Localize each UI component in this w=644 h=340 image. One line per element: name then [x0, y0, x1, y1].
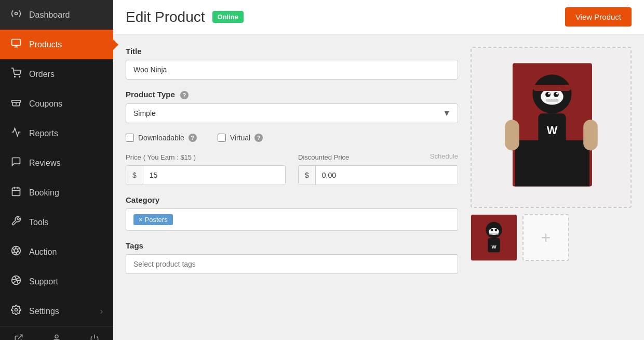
- downloadable-label: Downloadable: [138, 134, 184, 142]
- sidebar-item-label: Coupons: [29, 99, 62, 109]
- downloadable-help-icon[interactable]: ?: [189, 134, 197, 142]
- product-type-select[interactable]: Simple Variable Grouped External: [126, 103, 458, 123]
- sidebar-item-auction[interactable]: Auction: [0, 237, 113, 267]
- svg-point-22: [55, 335, 58, 338]
- svg-rect-37: [533, 85, 571, 91]
- price-group: Price ( You Earn : $15 ) $: [126, 152, 286, 185]
- virtual-checkbox-item: Virtual ?: [218, 134, 263, 142]
- svg-rect-28: [583, 120, 598, 150]
- product-type-help-icon[interactable]: ?: [180, 91, 189, 99]
- sidebar-item-reviews[interactable]: Reviews: [0, 148, 113, 178]
- sidebar-item-dashboard[interactable]: Dashboard: [0, 0, 113, 30]
- dashboard-icon: [10, 8, 22, 21]
- title-input[interactable]: [126, 60, 458, 80]
- sidebar-item-label: Support: [29, 277, 58, 286]
- settings-icon: [10, 305, 22, 318]
- tag-remove-icon[interactable]: ×: [139, 216, 143, 224]
- settings-arrow-icon: ›: [100, 307, 103, 316]
- category-tag: × Posters: [133, 214, 173, 225]
- svg-rect-26: [515, 140, 589, 187]
- user-icon[interactable]: [38, 326, 76, 340]
- sidebar-item-label: Reports: [29, 129, 58, 138]
- svg-point-34: [556, 93, 558, 95]
- price-input[interactable]: [143, 166, 285, 185]
- power-icon[interactable]: [75, 326, 113, 340]
- svg-point-20: [15, 309, 18, 311]
- svg-point-33: [548, 93, 550, 95]
- add-image-button[interactable]: +: [522, 214, 569, 261]
- svg-rect-6: [12, 100, 21, 102]
- status-badge: Online: [212, 11, 244, 23]
- sidebar-item-label: Tools: [29, 218, 48, 227]
- view-product-button[interactable]: View Product: [565, 7, 632, 27]
- tag-label: Posters: [145, 216, 168, 224]
- main-product-image[interactable]: W: [471, 47, 632, 208]
- discounted-price-input[interactable]: [316, 166, 458, 185]
- sidebar-item-label: Products: [29, 40, 62, 49]
- svg-text:W: W: [491, 244, 497, 250]
- sidebar-item-label: Reviews: [29, 159, 60, 168]
- sidebar-item-orders[interactable]: Orders: [0, 59, 113, 89]
- checkbox-row: Downloadable ? Virtual ?: [126, 134, 458, 142]
- sidebar-item-products[interactable]: Products: [0, 30, 113, 59]
- svg-line-21: [18, 335, 22, 339]
- sidebar-item-support[interactable]: Support: [0, 267, 113, 296]
- virtual-checkbox[interactable]: [218, 134, 226, 142]
- sidebar: Dashboard Products Orders Coupons Report…: [0, 0, 113, 340]
- orders-icon: [10, 68, 22, 81]
- virtual-label: Virtual: [230, 134, 250, 142]
- sidebar-item-label: Orders: [29, 70, 55, 79]
- title-label: Title: [126, 47, 458, 56]
- page-title: Edit Product: [126, 9, 205, 25]
- image-area: W: [471, 47, 632, 328]
- svg-rect-1: [12, 40, 21, 46]
- schedule-link[interactable]: Schedule: [430, 152, 458, 160]
- sidebar-item-booking[interactable]: Booking: [0, 178, 113, 207]
- auction-icon: [10, 245, 22, 258]
- sidebar-item-settings[interactable]: Settings ›: [0, 296, 113, 326]
- tags-input[interactable]: [126, 254, 458, 274]
- external-link-icon[interactable]: [0, 326, 38, 340]
- svg-rect-38: [546, 99, 559, 102]
- svg-text:W: W: [547, 124, 558, 137]
- category-input[interactable]: × Posters: [126, 208, 458, 231]
- header-left: Edit Product Online: [126, 9, 244, 25]
- discounted-price-input-wrap: $: [298, 165, 458, 185]
- downloadable-checkbox-item: Downloadable ?: [126, 134, 197, 142]
- sidebar-item-coupons[interactable]: Coupons: [0, 89, 113, 119]
- title-field-group: Title: [126, 47, 458, 80]
- svg-point-0: [15, 12, 18, 15]
- downloadable-checkbox[interactable]: [126, 134, 134, 142]
- product-form: Title Product Type ? Simple Variable Gro…: [126, 47, 458, 328]
- discounted-price-label: Discounted Price Schedule: [298, 152, 458, 161]
- tags-label: Tags: [126, 241, 458, 250]
- sidebar-item-label: Dashboard: [29, 10, 70, 20]
- svg-rect-44: [489, 233, 499, 234]
- price-currency-symbol: $: [126, 166, 143, 185]
- booking-icon: [10, 186, 22, 199]
- thumbnail-row: W +: [471, 214, 632, 261]
- main-content: Edit Product Online View Product Title P…: [113, 0, 644, 340]
- support-icon: [10, 275, 22, 288]
- discounted-price-group: Discounted Price Schedule $: [298, 152, 458, 185]
- coupons-icon: [10, 97, 22, 110]
- category-field-group: Category × Posters: [126, 195, 458, 231]
- svg-point-43: [494, 229, 497, 231]
- page-header: Edit Product Online View Product: [113, 0, 644, 34]
- tools-icon: [10, 216, 22, 229]
- sidebar-item-reports[interactable]: Reports: [0, 119, 113, 148]
- sidebar-item-label: Auction: [29, 247, 57, 257]
- sidebar-item-label: Settings: [29, 307, 59, 316]
- reviews-icon: [10, 156, 22, 169]
- category-label: Category: [126, 195, 458, 204]
- product-thumbnail[interactable]: W: [471, 214, 517, 261]
- plus-icon: +: [541, 229, 551, 246]
- svg-point-42: [491, 229, 493, 231]
- price-input-wrap: $: [126, 165, 286, 185]
- sidebar-item-label: Booking: [29, 188, 59, 198]
- sidebar-item-tools[interactable]: Tools: [0, 207, 113, 237]
- discounted-currency-symbol: $: [299, 166, 316, 185]
- virtual-help-icon[interactable]: ?: [254, 134, 263, 142]
- product-type-label: Product Type ?: [126, 90, 458, 99]
- content-area: Title Product Type ? Simple Variable Gro…: [113, 34, 644, 340]
